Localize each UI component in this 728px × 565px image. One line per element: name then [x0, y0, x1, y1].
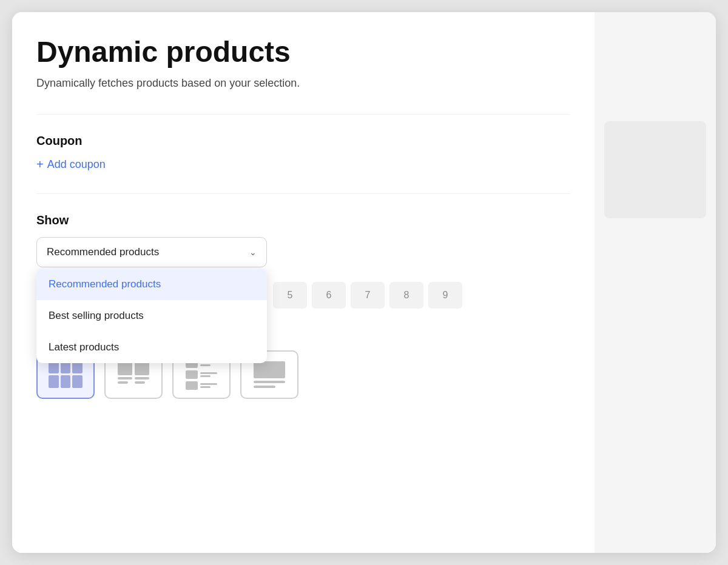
- coupon-section: Coupon + Add coupon: [36, 134, 570, 172]
- show-dropdown-container: Recommended products ⌄ Recommended produ…: [36, 237, 267, 267]
- number-cell-6: 6: [312, 282, 346, 309]
- content-panel: Dynamic products Dynamically fetches pro…: [12, 12, 595, 553]
- add-coupon-label: Add coupon: [47, 158, 106, 171]
- grid-cell: [49, 361, 59, 374]
- divider-1: [36, 114, 570, 115]
- dropdown-option-recommended[interactable]: Recommended products: [36, 269, 267, 300]
- wide-icon: [254, 361, 285, 388]
- numbers-strip: 5 6 7 8 9: [273, 282, 570, 309]
- page-subtitle: Dynamically fetches products based on yo…: [36, 77, 570, 90]
- dropdown-option-best-selling[interactable]: Best selling products: [36, 300, 267, 332]
- grid-cell: [49, 375, 59, 388]
- show-dropdown-trigger[interactable]: Recommended products ⌄: [36, 237, 267, 267]
- show-label: Show: [36, 213, 570, 227]
- dropdown-option-latest[interactable]: Latest products: [36, 332, 267, 363]
- dropdown-selected-value: Recommended products: [47, 246, 159, 258]
- number-cell-7: 7: [351, 282, 385, 309]
- grid-2-icon: [118, 362, 149, 387]
- grid-3-icon: [49, 361, 83, 388]
- side-panel-placeholder: [604, 121, 706, 218]
- number-cell-9: 9: [428, 282, 462, 309]
- chevron-down-icon: ⌄: [249, 247, 257, 257]
- add-coupon-button[interactable]: + Add coupon: [36, 158, 106, 172]
- plus-icon: +: [36, 158, 44, 172]
- grid-cell: [61, 361, 71, 374]
- page-title: Dynamic products: [36, 36, 570, 69]
- coupon-label: Coupon: [36, 134, 570, 148]
- grid-cell: [72, 375, 83, 388]
- grid-cell: [61, 375, 71, 388]
- side-panel: [595, 12, 716, 553]
- number-cell-8: 8: [389, 282, 423, 309]
- divider-2: [36, 193, 570, 194]
- grid-cell: [72, 361, 83, 374]
- number-cell-5: 5: [273, 282, 307, 309]
- show-section: Show Recommended products ⌄ Recommended …: [36, 213, 570, 267]
- show-dropdown-menu: Recommended products Best selling produc…: [36, 269, 267, 363]
- main-window: Dynamic products Dynamically fetches pro…: [12, 12, 716, 553]
- list-icon: [186, 359, 217, 390]
